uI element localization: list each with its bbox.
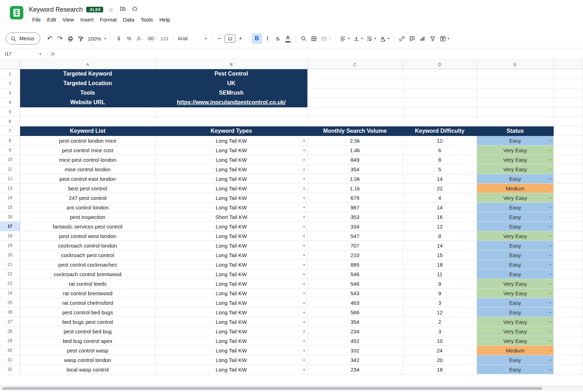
cell-D3[interactable] <box>403 88 477 98</box>
cell-C9[interactable]: 1.4k <box>307 145 403 155</box>
star-icon[interactable]: ☆ <box>107 6 115 13</box>
cell-C21[interactable]: 885 <box>307 260 403 269</box>
cell-C32[interactable]: 234 <box>307 365 403 374</box>
keyword-type-dropdown-icon[interactable]: ▾ <box>303 177 305 181</box>
cell-F26[interactable] <box>554 308 583 317</box>
menu-file[interactable]: File <box>29 16 44 23</box>
cell-E4[interactable] <box>477 98 554 107</box>
cell-C6[interactable] <box>307 117 403 126</box>
cell-E10[interactable]: Very Easy▾ <box>477 155 554 165</box>
cell-C30[interactable]: 332 <box>307 346 403 355</box>
cell-D9[interactable]: 6 <box>403 145 477 155</box>
cell-E20[interactable]: Easy▾ <box>477 250 554 260</box>
cell-C28[interactable]: 234 <box>307 327 403 336</box>
cell-A5[interactable] <box>20 107 155 117</box>
cell-D27[interactable]: 2 <box>403 317 477 327</box>
row-number-6[interactable]: 6 <box>0 117 20 126</box>
cell-C11[interactable]: 354 <box>307 165 403 174</box>
row-number-28[interactable]: 28 <box>0 327 20 336</box>
cell-B10[interactable]: Long Tail KW▾ <box>155 155 307 165</box>
cell-B11[interactable]: Long Tail KW▾ <box>155 165 307 174</box>
horizontal-scrollbar[interactable] <box>0 386 583 391</box>
insert-chart-button[interactable] <box>418 33 428 44</box>
merge-cells-button[interactable]: ▾ <box>319 33 332 44</box>
row-number-32[interactable]: 32 <box>0 365 20 374</box>
keyword-type-dropdown-icon[interactable]: ▾ <box>303 263 305 267</box>
cell-C16[interactable]: 353 <box>307 212 403 222</box>
cell-C8[interactable]: 2.5k <box>307 136 403 145</box>
move-folder-icon[interactable] <box>119 6 127 13</box>
cell-D31[interactable]: 20 <box>403 355 477 365</box>
row-number-4[interactable]: 4 <box>0 98 20 107</box>
cell-B31[interactable]: Long Tail KW▾ <box>155 355 307 365</box>
keyword-type-dropdown-icon[interactable]: ▾ <box>303 358 305 362</box>
menu-format[interactable]: Format <box>97 16 120 23</box>
add-comment-button[interactable] <box>407 33 417 44</box>
keyword-type-dropdown-icon[interactable]: ▾ <box>303 253 305 257</box>
keyword-type-dropdown-icon[interactable]: ▾ <box>303 272 305 276</box>
cell-A7[interactable]: Keyword List <box>20 126 155 136</box>
cell-A6[interactable] <box>20 117 155 126</box>
cell-D14[interactable]: 4 <box>403 193 477 203</box>
cell-E2[interactable] <box>477 79 554 88</box>
cell-D24[interactable]: 9 <box>403 289 477 298</box>
row-number-20[interactable]: 20 <box>0 250 20 260</box>
row-number-1[interactable]: 1 <box>0 69 20 79</box>
cell-A12[interactable]: pest control east london <box>20 174 155 184</box>
status-dropdown-icon[interactable]: ▾ <box>549 186 551 190</box>
status-dropdown-icon[interactable]: ▾ <box>549 329 551 333</box>
cell-D2[interactable] <box>403 79 477 88</box>
keyword-type-dropdown-icon[interactable]: ▾ <box>303 167 305 171</box>
row-number-27[interactable]: 27 <box>0 317 20 327</box>
status-dropdown-icon[interactable]: ▾ <box>549 244 551 248</box>
filter-views-button[interactable]: ▾ <box>438 33 451 44</box>
menu-edit[interactable]: Edit <box>44 16 59 23</box>
row-number-21[interactable]: 21 <box>0 260 20 269</box>
cell-F19[interactable] <box>554 241 583 250</box>
cell-B6[interactable] <box>155 117 307 126</box>
cell-E8[interactable]: Easy▾ <box>477 136 554 145</box>
decrease-font-size-button[interactable]: − <box>214 33 224 44</box>
text-rotation-button[interactable]: ▾ <box>378 33 391 44</box>
cell-F7[interactable] <box>554 126 583 136</box>
keyword-type-dropdown-icon[interactable]: ▾ <box>303 186 305 190</box>
cell-E12[interactable]: Easy▾ <box>477 174 554 184</box>
keyword-type-dropdown-icon[interactable]: ▾ <box>303 215 305 219</box>
cell-F12[interactable] <box>554 174 583 184</box>
vertical-align-button[interactable]: ▾ <box>352 33 365 44</box>
cell-E26[interactable]: Easy▾ <box>477 308 554 317</box>
status-dropdown-icon[interactable]: ▾ <box>549 167 551 171</box>
status-dropdown-icon[interactable]: ▾ <box>549 339 551 343</box>
cell-F25[interactable] <box>554 298 583 308</box>
keyword-type-dropdown-icon[interactable]: ▾ <box>303 234 305 238</box>
menu-data[interactable]: Data <box>120 16 137 23</box>
borders-button[interactable] <box>309 33 319 44</box>
cell-B25[interactable]: Long Tail KW▾ <box>155 298 307 308</box>
cell-E18[interactable]: Very Easy▾ <box>477 231 554 241</box>
status-dropdown-icon[interactable]: ▾ <box>549 320 551 324</box>
cell-C13[interactable]: 1.1k <box>307 184 403 193</box>
cell-F14[interactable] <box>554 193 583 203</box>
cell-F9[interactable] <box>554 145 583 155</box>
menu-view[interactable]: View <box>59 16 77 23</box>
cell-A9[interactable]: pest control mice cost <box>20 145 155 155</box>
row-number-19[interactable]: 19 <box>0 241 20 250</box>
strikethrough-button[interactable]: S <box>273 33 283 44</box>
cell-B20[interactable]: Long Tail KW▾ <box>155 250 307 260</box>
status-dropdown-icon[interactable]: ▾ <box>549 148 551 152</box>
cell-A28[interactable]: pest control bed bug <box>20 327 155 336</box>
formula-input[interactable] <box>59 48 583 59</box>
row-number-16[interactable]: 16 <box>0 212 20 222</box>
cell-A11[interactable]: mice control london <box>20 165 155 174</box>
cell-B27[interactable]: Long Tail KW▾ <box>155 317 307 327</box>
cell-D16[interactable]: 16 <box>403 212 477 222</box>
cell-F6[interactable] <box>554 117 583 126</box>
cell-F11[interactable] <box>554 165 583 174</box>
cell-D17[interactable]: 12 <box>403 222 477 231</box>
cell-A27[interactable]: bed bugs pest control <box>20 317 155 327</box>
cell-A13[interactable]: best pest control <box>20 184 155 193</box>
cell-D12[interactable]: 14 <box>403 174 477 184</box>
cell-D13[interactable]: 22 <box>403 184 477 193</box>
cell-A19[interactable]: cockroach control london <box>20 241 155 250</box>
row-number-3[interactable]: 3 <box>0 88 20 98</box>
